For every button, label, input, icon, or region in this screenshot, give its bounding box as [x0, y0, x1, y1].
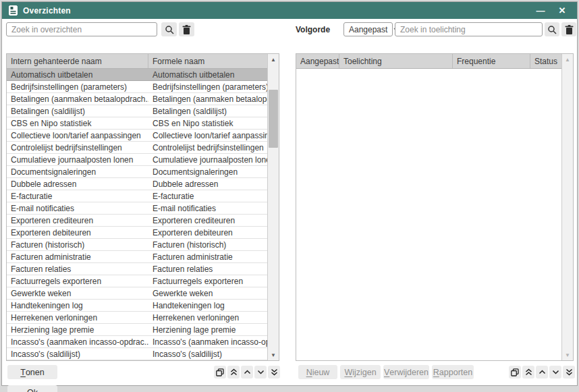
- search-icon: [165, 25, 174, 34]
- move-up-button[interactable]: [241, 366, 253, 379]
- wijzigen-button[interactable]: Wijzigen: [340, 365, 381, 379]
- table-header: Aangepast Toelichting Frequentie Status: [296, 54, 561, 69]
- volgorde-dropdown[interactable]: Aangepast: [343, 22, 393, 36]
- search-button-left[interactable]: [161, 22, 177, 36]
- right-action-buttons: Nieuw Wijzigen Verwijderen Rapporten: [298, 365, 474, 379]
- clear-search-button-right[interactable]: [561, 22, 576, 36]
- table-row[interactable]: Facturen administratieFacturen administr…: [7, 251, 267, 263]
- table-cell: Gewerkte weken: [7, 287, 148, 299]
- titlebar: Overzichten — ✕: [2, 2, 577, 19]
- table-row[interactable]: Incasso's (aanmaken incasso-opdrac...Inc…: [7, 336, 267, 348]
- table-row[interactable]: Herrekenen verloningenHerrekenen verloni…: [7, 312, 267, 324]
- table-cell: Betalingen (saldilijst): [148, 105, 267, 117]
- table-row[interactable]: Betalingen (saldilijst)Betalingen (saldi…: [7, 105, 267, 117]
- move-bottom-button[interactable]: [268, 366, 280, 379]
- table-row[interactable]: CBS en Nipo statistiekCBS en Nipo statis…: [7, 117, 267, 130]
- scroll-down-icon: ▼: [562, 349, 573, 360]
- search-input-toelichting[interactable]: [395, 22, 543, 36]
- window-title: Overzichten: [23, 6, 71, 16]
- table-cell: Handtekeningen log: [7, 300, 148, 311]
- copy-button[interactable]: [509, 366, 521, 379]
- table-cell: Documentsignaleringen: [7, 166, 148, 177]
- table-cell: Dubbele adressen: [148, 178, 267, 190]
- nieuw-button[interactable]: Nieuw: [298, 365, 337, 379]
- column-header-frequentie[interactable]: Frequentie: [453, 54, 530, 68]
- table-row[interactable]: Exporteren crediteurenExporteren credite…: [7, 215, 267, 227]
- rapporten-button[interactable]: Rapporten: [432, 365, 474, 379]
- table-row[interactable]: Incasso's (saldilijst)Incasso's (saldili…: [7, 348, 267, 360]
- table-row[interactable]: Bedrijfsinstellingen (parameters)Bedrijf…: [7, 81, 267, 93]
- table-row[interactable]: Handtekeningen logHandtekeningen log: [7, 300, 267, 312]
- table-row[interactable]: Controlelijst bedrijfsinstellingenContro…: [7, 142, 267, 154]
- window-document-icon: [9, 5, 18, 16]
- volgorde-label: Volgorde: [296, 25, 330, 34]
- table-row[interactable]: Gewerkte wekenGewerkte weken: [7, 287, 267, 300]
- move-down-button[interactable]: [254, 366, 267, 379]
- scroll-down-icon[interactable]: ▼: [268, 349, 279, 360]
- move-top-button[interactable]: [522, 366, 534, 379]
- column-header-status[interactable]: Status: [530, 54, 561, 68]
- search-input-overzichten[interactable]: [6, 22, 157, 36]
- table-row[interactable]: Facturen relatiesFacturen relaties: [7, 263, 267, 275]
- move-bottom-button[interactable]: [563, 366, 575, 379]
- column-header-toelichting[interactable]: Toelichting: [339, 54, 453, 68]
- chevron-down-icon: [257, 370, 265, 374]
- table-row[interactable]: Herziening lage premieHerziening lage pr…: [7, 324, 267, 336]
- left-reorder-buttons: [214, 366, 280, 379]
- ok-button[interactable]: Ok: [7, 385, 57, 392]
- left-table-scrollbar[interactable]: ▲ ▼: [267, 54, 279, 360]
- table-cell: Bedrijfsinstellingen (parameters): [148, 81, 267, 92]
- table-cell: Exporteren crediteuren: [148, 215, 267, 226]
- chevron-up-icon: [539, 370, 546, 374]
- tonen-button[interactable]: Tonen: [7, 365, 57, 379]
- double-chevron-up-icon: [525, 368, 532, 376]
- table-cell: Gewerkte weken: [148, 287, 267, 299]
- table-row[interactable]: Collectieve loon/tarief aanpassingenColl…: [7, 130, 267, 142]
- verwijderen-button[interactable]: Verwijderen: [383, 365, 429, 379]
- table-row[interactable]: E-facturatieE-facturatie: [7, 190, 267, 202]
- column-header-aangepast[interactable]: Aangepast: [296, 54, 339, 68]
- double-chevron-down-icon: [271, 368, 278, 376]
- minimize-button[interactable]: —: [532, 4, 549, 18]
- volgorde-dropdown-value: Aangepast: [349, 25, 387, 34]
- table-row[interactable]: Dubbele adressenDubbele adressen: [7, 178, 267, 190]
- table-cell: Facturen relaties: [148, 263, 267, 275]
- table-header: Intern gehanteerde naam Formele naam: [7, 54, 267, 69]
- table-row[interactable]: Cumulatieve journaalposten lonenCumulati…: [7, 154, 267, 166]
- table-row[interactable]: Exporteren debiteurenExporteren debiteur…: [7, 227, 267, 239]
- scroll-up-icon[interactable]: ▲: [268, 54, 279, 65]
- scrollbar-thumb[interactable]: [269, 90, 278, 148]
- table-cell: Incasso's (aanmaken incasso-opdrac...: [7, 336, 148, 347]
- table-cell: Facturen (historisch): [148, 239, 267, 250]
- column-header-intern[interactable]: Intern gehanteerde naam: [7, 54, 148, 68]
- copy-button[interactable]: [214, 366, 226, 379]
- table-row[interactable]: E-mail notificatiesE-mail notificaties: [7, 202, 267, 215]
- double-chevron-up-icon: [230, 368, 238, 376]
- table-cell: Automatisch uitbetalen: [7, 69, 148, 80]
- table-row[interactable]: Betalingen (aanmaken betaalopdrach...Bet…: [7, 93, 267, 105]
- table-cell: Exporteren debiteuren: [148, 227, 267, 238]
- table-row[interactable]: Factuurregels exporterenFactuurregels ex…: [7, 275, 267, 287]
- table-cell: Factuurregels exporteren: [148, 275, 267, 287]
- table-cell: Herziening lage premie: [7, 324, 148, 335]
- chevron-down-icon: [552, 370, 559, 374]
- table-row[interactable]: Facturen (historisch)Facturen (historisc…: [7, 239, 267, 251]
- table-cell: Incasso's (saldilijst): [148, 348, 267, 360]
- move-down-button[interactable]: [549, 366, 561, 379]
- move-up-button[interactable]: [536, 366, 548, 379]
- scroll-up-icon: ▲: [562, 54, 573, 65]
- move-top-button[interactable]: [227, 366, 240, 379]
- table-cell: E-mail notificaties: [7, 202, 148, 214]
- table-cell: Herrekenen verloningen: [7, 312, 148, 323]
- table-cell: Cumulatieve journaalposten lonen: [148, 154, 267, 165]
- table-cell: Exporteren debiteuren: [7, 227, 148, 238]
- close-button[interactable]: ✕: [554, 4, 570, 18]
- table-cell: Collectieve loon/tarief aanpassin...: [148, 130, 267, 141]
- search-button-right[interactable]: [545, 22, 559, 36]
- table-cell: Dubbele adressen: [7, 178, 148, 190]
- table-row[interactable]: DocumentsignaleringenDocumentsignalering…: [7, 166, 267, 178]
- clear-search-button-left[interactable]: [179, 22, 194, 36]
- table-cell: Betalingen (aanmaken betaalopdrach...: [7, 93, 148, 105]
- column-header-formeel[interactable]: Formele naam: [148, 54, 267, 68]
- table-row[interactable]: Automatisch uitbetalenAutomatisch uitbet…: [7, 69, 267, 81]
